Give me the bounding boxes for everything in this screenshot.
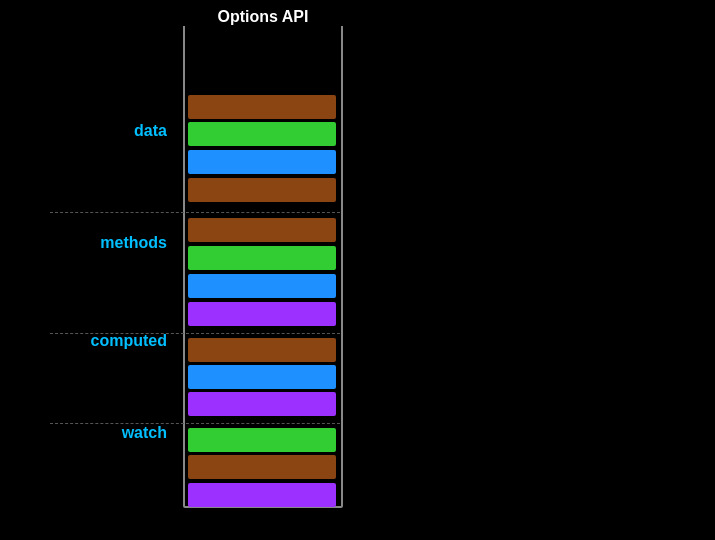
section-label-data: data	[134, 122, 167, 140]
divider	[50, 423, 340, 424]
bar	[188, 302, 336, 326]
bar	[188, 455, 336, 479]
bar	[188, 483, 336, 507]
bar	[188, 178, 336, 202]
bar	[188, 95, 336, 119]
bar	[188, 218, 336, 242]
bar	[188, 338, 336, 362]
bar	[188, 274, 336, 298]
bar	[188, 392, 336, 416]
section-label-methods: methods	[100, 234, 167, 252]
bar	[188, 365, 336, 389]
options-api-title: Options API	[183, 8, 343, 26]
bar	[188, 246, 336, 270]
bar	[188, 122, 336, 146]
divider	[50, 212, 340, 213]
diagram-container: Options API data methods computed watch	[0, 0, 715, 540]
section-label-watch: watch	[122, 424, 167, 442]
bar	[188, 428, 336, 452]
bar	[188, 150, 336, 174]
section-label-computed: computed	[91, 332, 167, 350]
